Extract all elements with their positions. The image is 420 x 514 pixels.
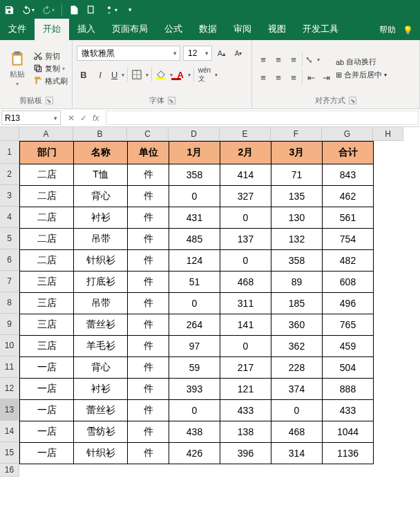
column-headers[interactable]: ABCDEFGH bbox=[19, 127, 403, 141]
bold-button[interactable]: B bbox=[77, 67, 90, 82]
tell-me-icon[interactable]: 💡 bbox=[403, 26, 413, 35]
svg-rect-0 bbox=[88, 6, 94, 12]
redo-icon[interactable]: ▾ bbox=[41, 5, 55, 15]
select-all-corner[interactable] bbox=[0, 127, 19, 141]
table-row[interactable]: 二店T恤件35841471843 bbox=[20, 164, 374, 186]
row-headers[interactable]: 12345678910111213141516 bbox=[0, 141, 19, 477]
table-row[interactable]: 三店羊毛衫件970362459 bbox=[20, 336, 374, 357]
table-row[interactable]: 二店衬衫件4310130561 bbox=[20, 207, 374, 229]
row-header[interactable]: 14 bbox=[0, 421, 19, 442]
touch-mode-icon[interactable]: ▾ bbox=[104, 4, 117, 15]
table-row[interactable]: 一店蕾丝衫件04330433 bbox=[20, 400, 374, 421]
customize-qat-icon[interactable]: ▾ bbox=[128, 6, 132, 13]
col-header[interactable]: B bbox=[73, 127, 127, 141]
ribbon: 粘贴 ▾ 剪切 复制▾ 格式刷 剪贴板⬊ 微软雅黑 12 A▴ A▾ B I U bbox=[0, 40, 420, 109]
col-header[interactable]: A bbox=[19, 127, 73, 141]
group-alignment: ≡ ≡ ≡ ⤡ ≡ ≡ ≡ ⇤ ⇥ ab自动换行 ⊞合并后居中▾ bbox=[252, 40, 420, 108]
row-header[interactable]: 8 bbox=[0, 292, 19, 314]
font-launcher-icon[interactable]: ⬊ bbox=[168, 97, 175, 104]
new-file-icon[interactable] bbox=[69, 5, 79, 15]
tab-view[interactable]: 视图 bbox=[260, 19, 294, 40]
undo-icon[interactable]: ▾ bbox=[21, 5, 35, 15]
table-row[interactable]: 一店针织衫件4263963141136 bbox=[20, 443, 374, 464]
table-row[interactable]: 一店背心件59217228504 bbox=[20, 357, 374, 379]
col-header[interactable]: H bbox=[373, 127, 403, 141]
row-header[interactable]: 15 bbox=[0, 442, 19, 464]
table-row[interactable]: 三店蕾丝衫件264141360765 bbox=[20, 314, 374, 336]
col-header[interactable]: G bbox=[322, 127, 373, 141]
phonetic-button[interactable]: wén文 bbox=[197, 67, 218, 82]
col-header[interactable]: E bbox=[220, 127, 271, 141]
row-header[interactable]: 4 bbox=[0, 207, 19, 228]
increase-font-icon[interactable]: A▴ bbox=[215, 46, 229, 61]
paste-button[interactable]: 粘贴 ▾ bbox=[4, 43, 30, 94]
data-table[interactable]: 部门名称单位1月2月3月合计二店T恤件35841471843二店背心件03271… bbox=[19, 141, 374, 464]
row-header[interactable]: 16 bbox=[0, 464, 19, 477]
tab-data[interactable]: 数据 bbox=[191, 19, 225, 40]
increase-indent-icon[interactable]: ⇥ bbox=[319, 70, 333, 85]
font-size-select[interactable]: 12 bbox=[183, 46, 212, 61]
font-name-select[interactable]: 微软雅黑 bbox=[77, 46, 180, 61]
name-box[interactable]: R13 bbox=[1, 111, 61, 125]
svg-rect-12 bbox=[156, 77, 166, 79]
col-header[interactable]: F bbox=[271, 127, 322, 141]
table-row[interactable]: 一店衬衫件393121374888 bbox=[20, 379, 374, 400]
row-header[interactable]: 10 bbox=[0, 335, 19, 356]
tab-formulas[interactable]: 公式 bbox=[156, 19, 191, 40]
svg-rect-4 bbox=[14, 56, 21, 64]
row-header[interactable]: 3 bbox=[0, 185, 19, 207]
formula-input[interactable] bbox=[106, 111, 419, 125]
tab-review[interactable]: 审阅 bbox=[225, 19, 260, 40]
row-header[interactable]: 6 bbox=[0, 249, 19, 271]
decrease-indent-icon[interactable]: ⇤ bbox=[304, 70, 318, 85]
row-header[interactable]: 9 bbox=[0, 314, 19, 335]
table-row[interactable]: 三店打底衫件5146889608 bbox=[20, 272, 374, 293]
row-header[interactable]: 11 bbox=[0, 356, 19, 378]
tab-file[interactable]: 文件 bbox=[0, 19, 35, 40]
tab-developer[interactable]: 开发工具 bbox=[294, 19, 347, 40]
row-header[interactable]: 2 bbox=[0, 164, 19, 185]
svg-rect-3 bbox=[15, 51, 21, 54]
wrap-text-button[interactable]: ab自动换行 bbox=[336, 57, 387, 67]
tab-home[interactable]: 开始 bbox=[35, 19, 69, 40]
copy-button[interactable]: 复制▾ bbox=[33, 64, 68, 74]
italic-button[interactable]: I bbox=[93, 67, 107, 82]
table-row[interactable]: 二店吊带件485137132754 bbox=[20, 229, 374, 250]
format-painter-button[interactable]: 格式刷 bbox=[33, 76, 68, 86]
fill-color-button[interactable] bbox=[155, 67, 173, 82]
align-right-icon[interactable]: ≡ bbox=[287, 70, 300, 85]
row-header[interactable]: 12 bbox=[0, 378, 19, 399]
merge-center-button[interactable]: ⊞合并后居中▾ bbox=[336, 70, 387, 80]
fx-icon[interactable]: fx bbox=[93, 113, 99, 123]
row-header[interactable]: 1 bbox=[0, 141, 19, 164]
tab-insert[interactable]: 插入 bbox=[69, 19, 104, 40]
orientation-icon[interactable]: ⤡ bbox=[304, 52, 320, 67]
align-launcher-icon[interactable]: ⬊ bbox=[349, 97, 356, 104]
table-row[interactable]: 一店雪纺衫件4381384681044 bbox=[20, 421, 374, 443]
row-header[interactable]: 7 bbox=[0, 271, 19, 292]
tab-page-layout[interactable]: 页面布局 bbox=[104, 19, 156, 40]
cut-button[interactable]: 剪切 bbox=[33, 51, 68, 61]
underline-button[interactable]: U bbox=[110, 67, 124, 82]
table-row[interactable]: 二店针织衫件1240358482 bbox=[20, 250, 374, 272]
table-row[interactable]: 三店吊带件0311185496 bbox=[20, 293, 374, 314]
table-row[interactable]: 二店背心件0327135462 bbox=[20, 186, 374, 207]
align-left-icon[interactable]: ≡ bbox=[256, 70, 270, 85]
cancel-formula-icon[interactable]: ✕ bbox=[68, 113, 75, 123]
enter-formula-icon[interactable]: ✓ bbox=[80, 113, 87, 123]
decrease-font-icon[interactable]: A▾ bbox=[231, 46, 245, 61]
col-header[interactable]: C bbox=[127, 127, 169, 141]
col-header[interactable]: D bbox=[169, 127, 220, 141]
row-header[interactable]: 13 bbox=[0, 399, 19, 421]
align-center-icon[interactable]: ≡ bbox=[271, 70, 285, 85]
font-color-button[interactable]: A bbox=[175, 67, 190, 82]
align-bottom-icon[interactable]: ≡ bbox=[287, 52, 300, 67]
border-button[interactable] bbox=[131, 67, 149, 82]
save-icon[interactable] bbox=[4, 5, 15, 15]
align-middle-icon[interactable]: ≡ bbox=[271, 52, 285, 67]
clipboard-launcher-icon[interactable]: ⬊ bbox=[46, 97, 53, 104]
row-header[interactable]: 5 bbox=[0, 228, 19, 249]
align-top-icon[interactable]: ≡ bbox=[256, 52, 270, 67]
tab-help[interactable]: 帮助 bbox=[379, 24, 396, 36]
open-file-icon[interactable] bbox=[86, 5, 97, 15]
